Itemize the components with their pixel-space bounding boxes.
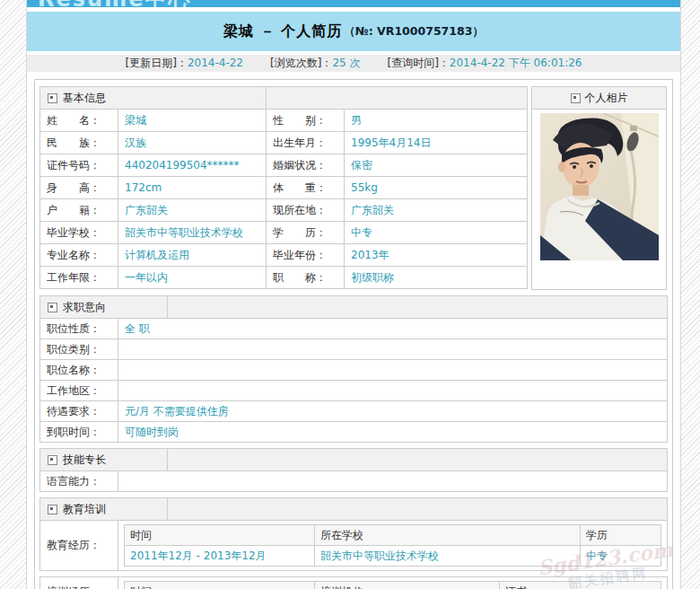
training-experience-table: 时间 培训机构 证书 <box>124 581 661 589</box>
section-training: 培训经历： 时间 培训机构 证书 <box>39 576 668 589</box>
table-row: 到职时间： 可随时到岗 <box>40 421 667 442</box>
training-experience-row: 培训经历： 时间 培训机构 证书 <box>40 577 667 589</box>
field-label: 学 历： <box>267 222 345 243</box>
section-job-intention: 求职意向 职位性质： 全 职 职位类别： 职位名称： 工作地区： 待遇要求： <box>39 295 668 443</box>
field-value <box>118 360 667 380</box>
meta-query-time-value: 2014-4-22 下午 06:01:26 <box>450 57 582 69</box>
field-label: 语言能力： <box>40 471 118 491</box>
table-row: 民 族： 汉族 出生年月： 1995年4月14日 <box>40 131 527 154</box>
field-value: 初级职称 <box>345 267 527 288</box>
field-value: 中专 <box>345 222 527 243</box>
education-experience-table: 时间 所在学校 学历 2011年12月 - 2013年12月 韶关市中等职业技术… <box>124 524 661 567</box>
section-collapse-icon[interactable] <box>571 93 581 103</box>
column-header: 所在学校 <box>315 525 581 546</box>
meta-update-date-label: [更新日期]： <box>126 57 188 69</box>
field-label: 职 称： <box>267 267 345 288</box>
field-value: 韶关市中等职业技术学校 <box>118 222 267 243</box>
field-value: 1995年4月14日 <box>345 132 527 154</box>
meta-view-count-label: [浏览次数]： <box>270 57 332 69</box>
photo-header: 个人相片 <box>532 87 666 110</box>
field-label: 专业名称： <box>40 244 118 266</box>
field-label: 教育经历： <box>40 521 118 570</box>
field-value: 可随时到岗 <box>118 422 667 442</box>
column-header: 培训机构 <box>315 582 500 589</box>
education-title: 教育培训 <box>63 502 106 517</box>
meta-query-time-label: [查询时间]： <box>387 57 449 69</box>
resume-title-bar: 梁城 － 个人简历 （№: VR1000757183） <box>27 12 680 51</box>
table-row: 身 高： 172cm 体 重： 55kg <box>40 176 527 198</box>
field-label: 培训经历： <box>40 577 118 589</box>
photo-area <box>532 110 666 289</box>
field-value: 汉族 <box>118 132 267 154</box>
photo-box: 个人相片 <box>531 86 667 290</box>
field-value: 55kg <box>345 177 527 198</box>
meta-view-count: [浏览次数]：25 次 <box>270 56 360 71</box>
field-label: 性 别： <box>267 110 345 131</box>
table-row: 工作地区： <box>40 380 667 400</box>
field-value <box>118 381 667 400</box>
skills-title: 技能专长 <box>63 453 106 468</box>
field-value: 元/月 不需要提供住房 <box>118 401 667 421</box>
section-skills: 技能专长 语言能力： <box>39 448 668 492</box>
field-label: 婚姻状况： <box>267 154 345 176</box>
field-label: 毕业年份： <box>267 244 345 266</box>
meta-view-count-value: 25 次 <box>332 57 360 69</box>
edu-time: 2011年12月 - 2013年12月 <box>125 546 315 567</box>
table-row: 证件号码： 440204199504****** 婚姻状况： 保密 <box>40 154 527 176</box>
table-row: 户 籍： 广东韶关 现所在地： 广东韶关 <box>40 198 527 221</box>
field-label: 现所在地： <box>267 199 345 221</box>
edu-degree: 中专 <box>581 546 661 567</box>
field-label: 待遇要求： <box>40 401 118 421</box>
table-row: 工作年限： 一年以内 职 称： 初级职称 <box>40 266 527 288</box>
field-label: 工作年限： <box>40 267 118 288</box>
field-label: 职位性质： <box>40 319 118 338</box>
skills-header: 技能专长 <box>40 449 667 470</box>
table-row: 专业名称： 计算机及运用 毕业年份： 2013年 <box>40 243 527 266</box>
column-header: 时间 <box>125 525 315 546</box>
meta-bar: [更新日期]：2014-4-22 [浏览次数]：25 次 [查询时间]：2014… <box>27 55 680 72</box>
basic-info-title: 基本信息 <box>63 91 106 106</box>
basic-info-area: 基本信息 姓 名： 梁城 性 别： 男 民 族： 汉族 出生年月： 1995年4… <box>39 86 668 290</box>
field-value <box>118 339 667 359</box>
field-label: 出生年月： <box>267 132 345 154</box>
field-value: 计算机及运用 <box>118 244 267 266</box>
field-label: 体 重： <box>267 177 345 198</box>
field-value: 广东韶关 <box>118 199 267 221</box>
meta-update-date: [更新日期]：2014-4-22 <box>126 56 243 71</box>
basic-info-header: 基本信息 <box>40 87 527 109</box>
field-value: 梁城 <box>118 110 267 131</box>
table-row: 职位性质： 全 职 <box>40 318 667 338</box>
job-intention-header: 求职意向 <box>40 296 667 318</box>
field-label: 到职时间： <box>40 422 118 442</box>
table-row: 2011年12月 - 2013年12月 韶关市中等职业技术学校 中专 <box>125 546 661 567</box>
section-education: 教育培训 教育经历： 时间 所在学校 学历 2011年12月 - 2013年12… <box>39 497 668 571</box>
field-label: 姓 名： <box>40 110 118 131</box>
field-label: 工作地区： <box>40 381 118 400</box>
field-label: 民 族： <box>40 132 118 154</box>
table-row: 毕业学校： 韶关市中等职业技术学校 学 历： 中专 <box>40 221 527 243</box>
top-banner-text: Resume中心 <box>38 0 191 7</box>
personal-photo <box>540 113 659 260</box>
table-row: 职位名称： <box>40 359 667 380</box>
table-row: 姓 名： 梁城 性 别： 男 <box>40 109 527 131</box>
field-label: 毕业学校： <box>40 222 118 243</box>
field-label: 户 籍： <box>40 199 118 221</box>
resume-number: （№: VR1000757183） <box>344 24 484 40</box>
section-collapse-icon[interactable] <box>48 303 57 312</box>
table-row: 职位类别： <box>40 338 667 359</box>
section-collapse-icon[interactable] <box>48 455 57 465</box>
section-collapse-icon[interactable] <box>48 93 57 103</box>
field-value: 全 职 <box>118 319 667 338</box>
resume-page: Resume中心 梁城 － 个人简历 （№: VR1000757183） [更新… <box>26 0 681 589</box>
education-experience-row: 教育经历： 时间 所在学校 学历 2011年12月 - 2013年12月 韶关市… <box>40 520 667 570</box>
field-value: 一年以内 <box>118 267 267 288</box>
meta-query-time: [查询时间]：2014-4-22 下午 06:01:26 <box>387 56 582 71</box>
field-value <box>118 471 667 491</box>
column-header: 时间 <box>125 582 315 589</box>
meta-update-date-value: 2014-4-22 <box>188 57 243 69</box>
table-row: 语言能力： <box>40 470 667 491</box>
section-collapse-icon[interactable] <box>48 505 57 514</box>
page-title: 梁城 － 个人简历 <box>223 22 342 41</box>
resume-panel: 基本信息 姓 名： 梁城 性 别： 男 民 族： 汉族 出生年月： 1995年4… <box>34 79 673 589</box>
education-header: 教育培训 <box>40 498 667 520</box>
